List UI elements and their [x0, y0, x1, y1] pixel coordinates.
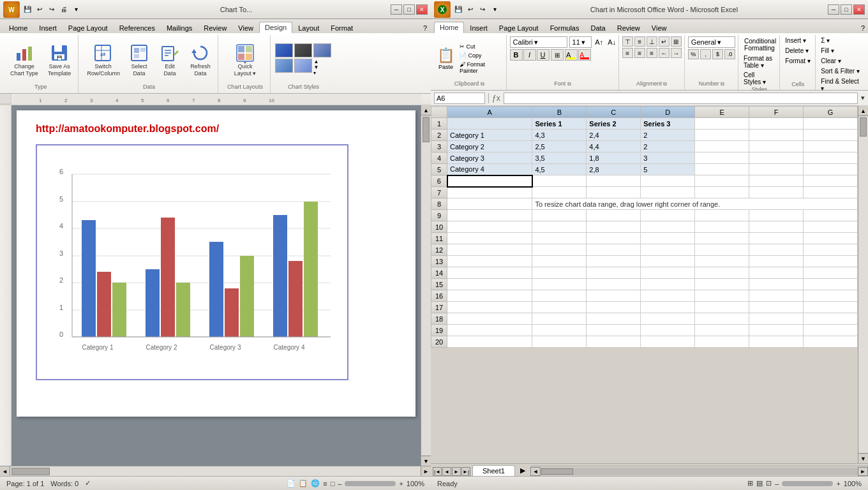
- excel-office-button[interactable]: X: [434, 1, 451, 18]
- excel-scroll-left[interactable]: ◄: [530, 467, 541, 476]
- cell-2-A[interactable]: Category 1: [447, 130, 532, 141]
- cell-9-E[interactable]: [695, 210, 749, 221]
- view-print-btn[interactable]: 📄: [287, 479, 296, 487]
- cell-7-G[interactable]: [804, 187, 858, 198]
- cell-9-F[interactable]: [749, 210, 804, 221]
- excel-view-layout[interactable]: ▤: [756, 479, 763, 487]
- cell-7-C[interactable]: [587, 187, 641, 198]
- cell-5-E[interactable]: [695, 164, 749, 175]
- cell-13-A[interactable]: [447, 256, 532, 267]
- more-qat-btn[interactable]: ▾: [70, 4, 82, 15]
- row-header-15[interactable]: 15: [431, 279, 447, 290]
- cell-17-A[interactable]: [447, 302, 532, 313]
- cell-20-F[interactable]: [749, 336, 804, 348]
- style-scroll-down[interactable]: ▼: [313, 64, 324, 70]
- cell-19-C[interactable]: [587, 325, 641, 336]
- cell-15-A[interactable]: [447, 279, 532, 290]
- cell-12-G[interactable]: [804, 244, 858, 256]
- percent-btn[interactable]: %: [688, 49, 699, 59]
- cell-6-B[interactable]: [532, 175, 587, 187]
- cell-16-D[interactable]: [641, 290, 695, 302]
- row-header-13[interactable]: 13: [431, 256, 447, 267]
- cell-20-C[interactable]: [587, 336, 641, 348]
- align-top-btn[interactable]: ⊤: [622, 36, 633, 47]
- cell-10-E[interactable]: [695, 221, 749, 233]
- cell-styles-btn[interactable]: CellStyles ▾: [742, 71, 777, 86]
- excel-more-btn[interactable]: ▾: [489, 4, 500, 15]
- cell-6-A[interactable]: [447, 175, 532, 187]
- cell-2-B[interactable]: 4,3: [532, 130, 587, 141]
- row-header-3[interactable]: 3: [431, 141, 447, 152]
- merge-center-btn[interactable]: ⊞: [671, 36, 682, 47]
- row-header-16[interactable]: 16: [431, 290, 447, 302]
- cell-1-D[interactable]: Series 3: [641, 118, 695, 130]
- cell-14-D[interactable]: [641, 267, 695, 279]
- cell-18-E[interactable]: [695, 313, 749, 325]
- delete-cells-btn[interactable]: Delete ▾: [783, 47, 812, 55]
- name-box[interactable]: A6: [434, 93, 485, 104]
- style-scroll-up[interactable]: ▲: [313, 59, 324, 64]
- cell-11-F[interactable]: [749, 233, 804, 244]
- cell-14-C[interactable]: [587, 267, 641, 279]
- underline-btn[interactable]: U: [537, 49, 550, 61]
- format-cells-btn[interactable]: Format ▾: [783, 57, 812, 65]
- cell-6-G[interactable]: [804, 175, 858, 187]
- tab-help-icon[interactable]: ?: [419, 22, 431, 33]
- clear-btn[interactable]: Clear ▾: [819, 57, 864, 65]
- cell-11-E[interactable]: [695, 233, 749, 244]
- cell-2-E[interactable]: [695, 130, 749, 141]
- cell-5-D[interactable]: 5: [641, 164, 695, 175]
- row-header-20[interactable]: 20: [431, 336, 447, 348]
- zoom-slider[interactable]: [345, 481, 396, 486]
- cell-13-C[interactable]: [587, 256, 641, 267]
- align-middle-btn[interactable]: ≡: [634, 36, 645, 47]
- col-header-G[interactable]: G: [804, 107, 858, 118]
- cell-1-E[interactable]: [695, 118, 749, 130]
- excel-help-btn[interactable]: ?: [858, 23, 868, 33]
- zoom-in-btn[interactable]: +: [399, 480, 403, 487]
- increase-font-btn[interactable]: A↑: [594, 36, 605, 48]
- sheet-nav-first[interactable]: |◄: [433, 467, 442, 476]
- cell-20-E[interactable]: [695, 336, 749, 348]
- cell-18-B[interactable]: [532, 313, 587, 325]
- format-painter-btn[interactable]: 🖌 Format Painter: [458, 61, 504, 75]
- number-expand[interactable]: ⧉: [721, 81, 724, 87]
- col-header-C[interactable]: C: [587, 107, 641, 118]
- excel-h-thumb[interactable]: [541, 468, 573, 475]
- cell-15-G[interactable]: [804, 279, 858, 290]
- excel-tab-formulas[interactable]: Formulas: [544, 22, 585, 33]
- cell-13-G[interactable]: [804, 256, 858, 267]
- col-header-A[interactable]: A: [447, 107, 532, 118]
- cell-9-D[interactable]: [641, 210, 695, 221]
- cell-13-E[interactable]: [695, 256, 749, 267]
- fill-color-btn[interactable]: A: [565, 49, 578, 61]
- minimize-btn[interactable]: ─: [391, 4, 402, 15]
- cell-3-A[interactable]: Category 2: [447, 141, 532, 152]
- format-as-table-btn[interactable]: Format asTable ▾: [742, 54, 777, 70]
- excel-tab-home[interactable]: Home: [434, 22, 464, 33]
- excel-tab-review[interactable]: Review: [611, 22, 646, 33]
- change-chart-type-btn[interactable]: ChangeChart Type: [6, 40, 42, 80]
- row-header-4[interactable]: 4: [431, 152, 447, 164]
- cell-7-F[interactable]: [749, 187, 804, 198]
- tab-review[interactable]: Review: [198, 22, 232, 33]
- style-1[interactable]: [275, 43, 293, 57]
- save-as-template-btn[interactable]: 💾 Save AsTemplate: [44, 40, 75, 80]
- cell-3-F[interactable]: [749, 141, 804, 152]
- cell-7-E[interactable]: [695, 187, 749, 198]
- save-qat-btn[interactable]: 💾: [22, 4, 33, 15]
- align-expand[interactable]: ⧉: [663, 81, 667, 87]
- row-header-17[interactable]: 17: [431, 302, 447, 313]
- excel-view-normal[interactable]: ⊞: [747, 479, 753, 487]
- cond-formatting-btn[interactable]: ConditionalFormatting: [742, 36, 777, 53]
- decrease-font-btn[interactable]: A↓: [606, 36, 618, 48]
- cell-10-A[interactable]: [447, 221, 532, 233]
- excel-tab-data[interactable]: Data: [585, 22, 611, 33]
- cell-5-C[interactable]: 2,8: [587, 164, 641, 175]
- restore-btn[interactable]: □: [403, 4, 415, 15]
- cell-5-B[interactable]: 4,5: [532, 164, 587, 175]
- align-left-btn[interactable]: ≡: [622, 48, 633, 58]
- excel-tab-page-layout[interactable]: Page Layout: [493, 22, 544, 33]
- col-header-D[interactable]: D: [641, 107, 695, 118]
- excel-redo-btn[interactable]: ↪: [477, 4, 488, 15]
